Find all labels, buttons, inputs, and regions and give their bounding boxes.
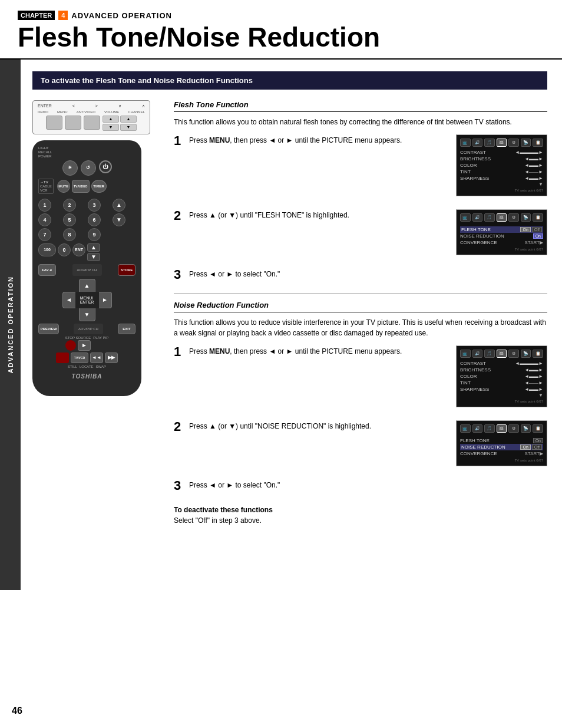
noise-reduction-highlight: NOISE REDUCTION On Off (460, 444, 543, 450)
btn-8[interactable]: 8 (63, 228, 76, 241)
btn-5[interactable]: 5 (63, 213, 76, 226)
tv-bar-labels: ENTER < > ∨ ∧ (38, 104, 145, 108)
btn-3[interactable]: 3 (88, 199, 101, 212)
ant-video-btn[interactable] (84, 116, 100, 130)
vol-dn-btn[interactable]: ▼ (103, 124, 119, 131)
vol-up-btn[interactable]: ▲ (103, 116, 119, 123)
btn-0[interactable]: 0 (58, 243, 71, 256)
noise-step-2-num: 2 (174, 420, 184, 433)
brightness-row: BRIGHTNESS ◄▬▬► (460, 156, 543, 162)
icon2: 🔊 (472, 139, 483, 147)
menu-footer-4: TV sets point 6/67 (460, 459, 543, 462)
btn-9[interactable]: 9 (88, 228, 101, 241)
btn-6[interactable]: 6 (88, 213, 101, 226)
light-btn[interactable]: ☀ (62, 160, 78, 176)
flesh-tone-title: Flesh Tone Function (174, 100, 547, 112)
play-btn[interactable]: ► (78, 340, 91, 351)
btn-7[interactable]: 7 (38, 228, 51, 241)
menu-screenshot-1: 📺 🔊 🎵 🖼 ⚙ 📡 📋 CONTRAST (456, 134, 547, 196)
step-1-num: 1 (174, 134, 184, 147)
ff-btn[interactable]: ▶▶ (105, 353, 118, 363)
menu-enter-btn[interactable]: MENU/ENTER (75, 292, 99, 308)
noise-step-3-num: 3 (174, 479, 184, 492)
noise-step-1: 1 Press MENU, then press ◄ or ► until th… (174, 345, 547, 413)
convergence-menu-row-2: CONVERGENCE START▶ (460, 450, 543, 457)
ch-up-remote[interactable]: ▲ (113, 199, 125, 212)
rec-btn[interactable] (56, 353, 69, 363)
noise-off-btn-2[interactable]: Off (532, 444, 542, 450)
btn-4[interactable]: 4 (38, 213, 51, 226)
step-2-num: 2 (174, 209, 184, 222)
dpad-up[interactable]: ▲ (79, 279, 95, 292)
menu-screenshot-4: 📺 🔊 🎵 🖼 ⚙ 📡 📋 FLE (456, 420, 547, 466)
noise-reduction-highlight-label: NOISE REDUCTION (461, 444, 505, 450)
menu-btn[interactable] (65, 116, 81, 130)
vol-dn-remote[interactable]: ▼ (87, 253, 100, 261)
timer-btn[interactable]: TIMER (91, 180, 107, 193)
btn-1[interactable]: 1 (38, 199, 51, 212)
noise-step-1-content: Press MENU, then press ◄ or ► until the … (189, 345, 448, 357)
right-label: > (95, 104, 98, 108)
vcr-selector[interactable]: VCR (40, 189, 52, 192)
tv-selector[interactable]: →TV (40, 180, 52, 184)
convergence-menu-label: CONVERGENCE (460, 240, 497, 245)
n-color-row: COLOR ◄▬▬► (460, 373, 543, 380)
noise-reduction-menu-label: NOISE REDUCTION (460, 233, 504, 239)
flesh-on-btn[interactable]: On (520, 227, 530, 232)
s4-icon2: 🔊 (472, 424, 483, 433)
s3-icon1: 📺 (460, 350, 471, 358)
dpad-left[interactable]: ◄ (62, 292, 75, 308)
adv-pip-ch-bottom[interactable]: ADV/PIP CH (74, 324, 103, 334)
demo-btn[interactable] (46, 116, 62, 130)
btn-2[interactable]: 2 (63, 199, 76, 212)
store-btn[interactable]: STORE (118, 264, 135, 276)
icon7: 📋 (533, 139, 543, 147)
ch-dn-remote[interactable]: ▼ (113, 213, 125, 226)
sharpness-row: SHARPNESS ◄▬▬► (460, 175, 543, 182)
tv-video-btn[interactable]: TV/VIDEO (72, 180, 90, 193)
toshiba-logo: TOSHIBA (38, 373, 135, 380)
noise-on-btn-2[interactable]: On (520, 444, 530, 450)
btn-ent[interactable]: ENT (72, 243, 85, 256)
flesh-on-off: On Off (520, 227, 542, 232)
tv-control-bar: ENTER < > ∨ ∧ DEMO MENU ANT/VIDEO VOLUME… (32, 100, 150, 134)
bottom-note-title: To deactivate these functions (174, 506, 273, 514)
tv-vcr-btn[interactable]: TV/VCR (71, 353, 88, 363)
s4-icon6: 📡 (521, 424, 531, 433)
brightness-bar: ◄▬▬► (524, 156, 543, 162)
menu-icons-row-2: 📺 🔊 🎵 🖼 ⚙ 📡 📋 (460, 213, 543, 222)
ch-up-btn[interactable]: ▲ (120, 116, 137, 123)
step-3-num: 3 (174, 268, 184, 281)
tint-bar: ◄——► (524, 169, 543, 174)
adv-pip-ch-top[interactable]: ADV/PIP CH (72, 264, 102, 276)
s4-icon5: ⚙ (508, 424, 519, 433)
noise-on-btn[interactable]: On (533, 233, 543, 239)
cable-selector[interactable]: CABLE (40, 185, 52, 188)
flesh-off-btn[interactable]: Off (532, 227, 542, 232)
stop-btn[interactable] (65, 340, 76, 351)
recall-btn[interactable]: ↺ (81, 160, 96, 176)
step-1-text: Press MENU, then press ◄ or ► until the … (189, 136, 402, 144)
sidebar-label: ADVANCED OPERATION (7, 276, 14, 373)
rew-btn[interactable]: ◄◄ (90, 353, 103, 363)
noise-step-3-text: Press ◄ or ► to select "On." (189, 481, 280, 489)
exit-btn[interactable]: EXIT (118, 324, 135, 334)
preview-btn[interactable]: PREVIEW (38, 324, 59, 334)
ch-dn-btn[interactable]: ▼ (120, 124, 137, 131)
dpad-right[interactable]: ► (99, 292, 112, 308)
mute-btn[interactable]: MUTE (57, 180, 70, 193)
step-2-menu: 📺 🔊 🎵 🖼 ⚙ 📡 📋 FLE (453, 209, 547, 261)
recall-label: RECALL (38, 150, 52, 154)
dpad-down[interactable]: ▼ (79, 308, 95, 321)
btn-100[interactable]: 100 (38, 243, 56, 256)
noise-reduction-section: Noise Reduction Function This function a… (174, 301, 547, 492)
vol-up-remote[interactable]: ▲ (87, 243, 100, 252)
power-btn[interactable]: ⏻ (99, 160, 112, 173)
menu-label: MENU (57, 110, 68, 114)
menu-icons-row-4: 📺 🔊 🎵 🖼 ⚙ 📡 📋 (460, 424, 543, 433)
brightness-label: BRIGHTNESS (460, 156, 491, 162)
noise-step-3: 3 Press ◄ or ► to select "On." (174, 479, 547, 492)
contrast-bar: ◄▬▬▬▬► (515, 150, 543, 155)
up-label: ∧ (142, 104, 145, 108)
fav-left-btn[interactable]: FAV◄ (38, 264, 56, 276)
